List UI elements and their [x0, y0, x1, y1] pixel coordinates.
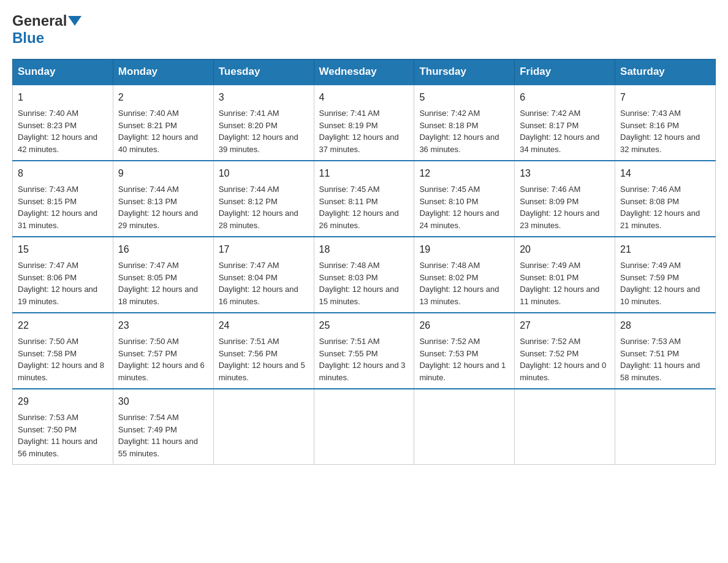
- col-header-saturday: Saturday: [615, 59, 716, 85]
- day-number: 3: [219, 90, 309, 105]
- day-number: 30: [118, 394, 208, 409]
- calendar-cell: 6 Sunrise: 7:42 AM Sunset: 8:17 PM Dayli…: [515, 85, 615, 161]
- calendar-table: SundayMondayTuesdayWednesdayThursdayFrid…: [12, 59, 716, 465]
- calendar-cell: 4 Sunrise: 7:41 AM Sunset: 8:19 PM Dayli…: [314, 85, 414, 161]
- col-header-tuesday: Tuesday: [213, 59, 314, 85]
- day-number: 18: [319, 242, 409, 257]
- day-info: Sunrise: 7:49 AM Sunset: 8:01 PM Dayligh…: [520, 259, 610, 307]
- day-number: 9: [118, 166, 208, 181]
- day-info: Sunrise: 7:43 AM Sunset: 8:15 PM Dayligh…: [18, 183, 108, 231]
- day-info: Sunrise: 7:48 AM Sunset: 8:03 PM Dayligh…: [319, 259, 409, 307]
- calendar-cell: 2 Sunrise: 7:40 AM Sunset: 8:21 PM Dayli…: [113, 85, 213, 161]
- day-info: Sunrise: 7:47 AM Sunset: 8:04 PM Dayligh…: [219, 259, 309, 307]
- day-number: 14: [620, 166, 710, 181]
- day-number: 29: [18, 394, 108, 409]
- day-info: Sunrise: 7:40 AM Sunset: 8:21 PM Dayligh…: [118, 107, 208, 155]
- calendar-week-row: 29 Sunrise: 7:53 AM Sunset: 7:50 PM Dayl…: [13, 389, 716, 465]
- calendar-cell: 3 Sunrise: 7:41 AM Sunset: 8:20 PM Dayli…: [213, 85, 314, 161]
- day-info: Sunrise: 7:44 AM Sunset: 8:13 PM Dayligh…: [118, 183, 208, 231]
- col-header-sunday: Sunday: [13, 59, 113, 85]
- calendar-cell: [615, 389, 716, 465]
- col-header-friday: Friday: [515, 59, 615, 85]
- calendar-header-row: SundayMondayTuesdayWednesdayThursdayFrid…: [13, 59, 716, 85]
- col-header-monday: Monday: [113, 59, 213, 85]
- calendar-cell: 9 Sunrise: 7:44 AM Sunset: 8:13 PM Dayli…: [113, 161, 213, 237]
- calendar-cell: 20 Sunrise: 7:49 AM Sunset: 8:01 PM Dayl…: [515, 237, 615, 313]
- logo-blue-text: Blue: [12, 29, 44, 46]
- calendar-cell: 1 Sunrise: 7:40 AM Sunset: 8:23 PM Dayli…: [13, 85, 113, 161]
- day-number: 15: [18, 242, 108, 257]
- day-info: Sunrise: 7:54 AM Sunset: 7:49 PM Dayligh…: [118, 412, 208, 459]
- calendar-cell: 28 Sunrise: 7:53 AM Sunset: 7:51 PM Dayl…: [615, 313, 716, 389]
- day-info: Sunrise: 7:46 AM Sunset: 8:09 PM Dayligh…: [520, 183, 610, 231]
- day-info: Sunrise: 7:44 AM Sunset: 8:12 PM Dayligh…: [219, 183, 309, 231]
- calendar-cell: 8 Sunrise: 7:43 AM Sunset: 8:15 PM Dayli…: [13, 161, 113, 237]
- day-number: 24: [219, 318, 309, 333]
- calendar-week-row: 22 Sunrise: 7:50 AM Sunset: 7:58 PM Dayl…: [13, 313, 716, 389]
- calendar-cell: 21 Sunrise: 7:49 AM Sunset: 7:59 PM Dayl…: [615, 237, 716, 313]
- day-info: Sunrise: 7:42 AM Sunset: 8:17 PM Dayligh…: [520, 107, 610, 155]
- day-number: 10: [219, 166, 309, 181]
- day-info: Sunrise: 7:52 AM Sunset: 7:53 PM Dayligh…: [419, 335, 509, 383]
- day-number: 21: [620, 242, 710, 257]
- calendar-cell: 27 Sunrise: 7:52 AM Sunset: 7:52 PM Dayl…: [515, 313, 615, 389]
- page-header: General Blue: [12, 12, 716, 47]
- day-number: 12: [419, 166, 509, 181]
- day-info: Sunrise: 7:46 AM Sunset: 8:08 PM Dayligh…: [620, 183, 710, 231]
- logo-triangle-icon: [68, 13, 82, 27]
- day-info: Sunrise: 7:53 AM Sunset: 7:50 PM Dayligh…: [18, 412, 108, 459]
- calendar-cell: 10 Sunrise: 7:44 AM Sunset: 8:12 PM Dayl…: [213, 161, 314, 237]
- day-number: 1: [18, 90, 108, 105]
- calendar-cell: 18 Sunrise: 7:48 AM Sunset: 8:03 PM Dayl…: [314, 237, 414, 313]
- calendar-cell: 26 Sunrise: 7:52 AM Sunset: 7:53 PM Dayl…: [414, 313, 515, 389]
- day-info: Sunrise: 7:53 AM Sunset: 7:51 PM Dayligh…: [620, 335, 710, 383]
- day-number: 19: [419, 242, 509, 257]
- col-header-thursday: Thursday: [414, 59, 515, 85]
- day-number: 8: [18, 166, 108, 181]
- day-number: 26: [419, 318, 509, 333]
- calendar-cell: 17 Sunrise: 7:47 AM Sunset: 8:04 PM Dayl…: [213, 237, 314, 313]
- calendar-week-row: 15 Sunrise: 7:47 AM Sunset: 8:06 PM Dayl…: [13, 237, 716, 313]
- day-info: Sunrise: 7:51 AM Sunset: 7:55 PM Dayligh…: [319, 335, 409, 383]
- day-info: Sunrise: 7:51 AM Sunset: 7:56 PM Dayligh…: [219, 335, 309, 383]
- day-number: 5: [419, 90, 509, 105]
- day-info: Sunrise: 7:49 AM Sunset: 7:59 PM Dayligh…: [620, 259, 710, 307]
- day-info: Sunrise: 7:40 AM Sunset: 8:23 PM Dayligh…: [18, 107, 108, 155]
- calendar-cell: [515, 389, 615, 465]
- calendar-cell: 11 Sunrise: 7:45 AM Sunset: 8:11 PM Dayl…: [314, 161, 414, 237]
- calendar-cell: 13 Sunrise: 7:46 AM Sunset: 8:09 PM Dayl…: [515, 161, 615, 237]
- day-info: Sunrise: 7:50 AM Sunset: 7:58 PM Dayligh…: [18, 335, 108, 383]
- day-info: Sunrise: 7:45 AM Sunset: 8:11 PM Dayligh…: [319, 183, 409, 231]
- day-info: Sunrise: 7:45 AM Sunset: 8:10 PM Dayligh…: [419, 183, 509, 231]
- day-number: 7: [620, 90, 710, 105]
- day-number: 20: [520, 242, 610, 257]
- calendar-cell: 14 Sunrise: 7:46 AM Sunset: 8:08 PM Dayl…: [615, 161, 716, 237]
- day-info: Sunrise: 7:52 AM Sunset: 7:52 PM Dayligh…: [520, 335, 610, 383]
- day-number: 2: [118, 90, 208, 105]
- day-number: 6: [520, 90, 610, 105]
- col-header-wednesday: Wednesday: [314, 59, 414, 85]
- calendar-cell: 15 Sunrise: 7:47 AM Sunset: 8:06 PM Dayl…: [13, 237, 113, 313]
- calendar-cell: 12 Sunrise: 7:45 AM Sunset: 8:10 PM Dayl…: [414, 161, 515, 237]
- day-info: Sunrise: 7:47 AM Sunset: 8:05 PM Dayligh…: [118, 259, 208, 307]
- day-number: 23: [118, 318, 208, 333]
- logo: General Blue: [12, 12, 82, 47]
- day-number: 13: [520, 166, 610, 181]
- calendar-cell: 30 Sunrise: 7:54 AM Sunset: 7:49 PM Dayl…: [113, 389, 213, 465]
- day-number: 27: [520, 318, 610, 333]
- calendar-cell: 29 Sunrise: 7:53 AM Sunset: 7:50 PM Dayl…: [13, 389, 113, 465]
- calendar-cell: 19 Sunrise: 7:48 AM Sunset: 8:02 PM Dayl…: [414, 237, 515, 313]
- calendar-cell: 16 Sunrise: 7:47 AM Sunset: 8:05 PM Dayl…: [113, 237, 213, 313]
- logo-general-text: General: [12, 12, 67, 29]
- calendar-cell: 22 Sunrise: 7:50 AM Sunset: 7:58 PM Dayl…: [13, 313, 113, 389]
- day-number: 11: [319, 166, 409, 181]
- calendar-week-row: 8 Sunrise: 7:43 AM Sunset: 8:15 PM Dayli…: [13, 161, 716, 237]
- calendar-cell: 5 Sunrise: 7:42 AM Sunset: 8:18 PM Dayli…: [414, 85, 515, 161]
- calendar-cell: [314, 389, 414, 465]
- day-info: Sunrise: 7:47 AM Sunset: 8:06 PM Dayligh…: [18, 259, 108, 307]
- calendar-cell: 25 Sunrise: 7:51 AM Sunset: 7:55 PM Dayl…: [314, 313, 414, 389]
- calendar-cell: [213, 389, 314, 465]
- calendar-cell: 23 Sunrise: 7:50 AM Sunset: 7:57 PM Dayl…: [113, 313, 213, 389]
- svg-marker-0: [68, 16, 82, 26]
- day-info: Sunrise: 7:42 AM Sunset: 8:18 PM Dayligh…: [419, 107, 509, 155]
